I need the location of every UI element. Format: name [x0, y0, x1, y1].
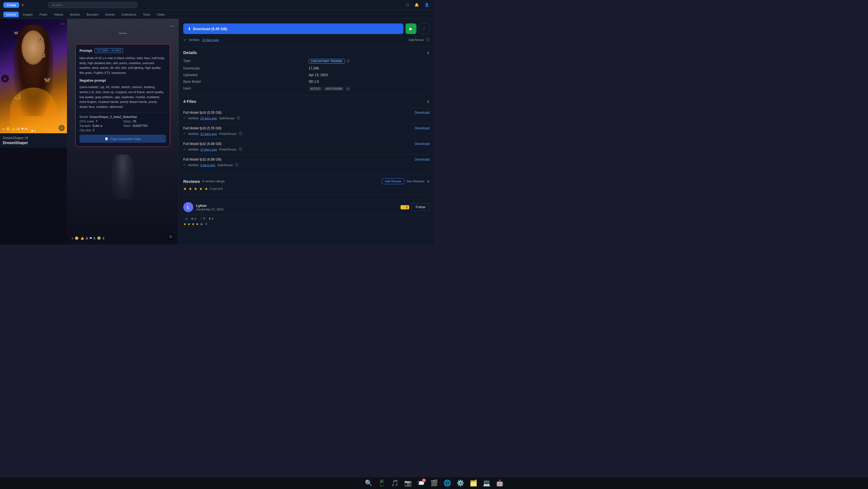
- files-collapse-button[interactable]: ∧: [427, 99, 430, 104]
- file-3-verified-date[interactable]: 14 days ago: [200, 148, 217, 151]
- copy-icon: 📋: [104, 137, 108, 140]
- author-star-4: ★: [196, 222, 199, 226]
- brand-button[interactable]: Civitai: [3, 2, 19, 8]
- prompt-more-button[interactable]: ⋯: [169, 24, 174, 29]
- file-1-meta: ✓ Verified: 14 days ago SafeTensor ⓘ: [183, 116, 430, 121]
- star-2: ★: [189, 187, 192, 191]
- nav-icon-btn-3[interactable]: 👤: [423, 2, 431, 8]
- right-sidebar: ⬇ Download (5.55 GB) ▶ ♡ ✓ Verified: 14 …: [179, 19, 434, 244]
- file-2-verified-date[interactable]: 14 days ago: [200, 132, 217, 135]
- nav-icon-btn-2[interactable]: 🔔: [413, 2, 421, 8]
- file-3-verified-label: Verified:: [188, 148, 199, 151]
- reviews-collapse-button[interactable]: ∨: [427, 179, 430, 184]
- download-button[interactable]: ⬇ Download (5.55 GB): [183, 24, 403, 34]
- file-1-verified-date[interactable]: 14 days ago: [200, 117, 217, 120]
- heart-count: 46: [24, 127, 28, 130]
- author-avatar: L: [183, 202, 193, 212]
- tab-models[interactable]: Models: [3, 12, 19, 17]
- hash-more-button[interactable]: >: [346, 87, 350, 91]
- author-star-2: ★: [187, 222, 190, 226]
- file-item-3-header: Full Model fp32 (6.88 GB) Download: [183, 142, 430, 146]
- detail-downloads-key: Downloads: [183, 66, 304, 70]
- file-2-download-button[interactable]: Download: [415, 126, 430, 130]
- tab-videos[interactable]: Videos: [51, 12, 66, 17]
- tab-bounties[interactable]: Bounties: [84, 12, 101, 17]
- file-2-info-icon[interactable]: ⓘ: [239, 131, 242, 136]
- tab-articles[interactable]: Articles: [67, 12, 83, 17]
- param-clip: Clip skip 2: [80, 129, 122, 132]
- file-4-download-button[interactable]: Download: [415, 158, 430, 161]
- details-section-title: Details: [183, 50, 197, 55]
- tab-posts[interactable]: Posts: [37, 12, 50, 17]
- gallery-nav-left-button[interactable]: ‹: [1, 75, 9, 83]
- favorite-button[interactable]: ♡: [418, 24, 430, 34]
- file-3-meta: ✓ Verified: 14 days ago PickleTensor ⓘ: [183, 147, 430, 152]
- gallery-reactions: + 🙂 👍 28 ❤ 46: [2, 127, 28, 131]
- thumb-count: 28: [16, 127, 20, 130]
- prompt-laugh-icon: 😂: [97, 236, 101, 240]
- see-reviews-button[interactable]: See Reviews: [407, 180, 425, 183]
- detail-base-model-key: Base Model: [183, 80, 304, 84]
- nav-icon-btn-1[interactable]: ⬡: [404, 2, 410, 8]
- search-input[interactable]: [48, 2, 137, 8]
- files-section-header: 4 Files ∧: [183, 99, 430, 104]
- gallery-model-name: DreamShaper: [3, 140, 64, 145]
- file-4-verified: Verified: 4 days ago: [188, 163, 215, 167]
- prompt-info-button[interactable]: ⓘ: [167, 233, 174, 240]
- param-model-value: DreamShaper_5_beta2_BakedVae: [90, 115, 137, 119]
- copy-generation-data-button[interactable]: 📋 Copy Generation Data: [80, 135, 166, 143]
- file-3-download-button[interactable]: Download: [415, 142, 430, 146]
- play-button[interactable]: ▶: [406, 24, 416, 34]
- file-4-verified-date[interactable]: 4 days ago: [200, 163, 215, 167]
- param-cfg: CFG scale 7: [80, 120, 122, 123]
- file-4-info-icon[interactable]: ⓘ: [235, 163, 239, 167]
- file-item-1-header: Full Model fp16 (5.55 GB) Download: [183, 111, 430, 115]
- safe-tensor-info-icon[interactable]: ⓘ: [426, 37, 430, 42]
- gallery-subtitle: DreamShaper v5: [3, 136, 64, 140]
- prompt-params: Model DreamShaper_5_beta2_BakedVae CFG s…: [80, 112, 166, 132]
- param-seed-value: 101837754: [132, 124, 148, 127]
- prompt-add-reaction[interactable]: +: [71, 237, 73, 240]
- details-collapse-button[interactable]: ∧: [427, 51, 430, 55]
- star-5: ★: [205, 187, 208, 191]
- file-3-name: Full Model fp32 (6.88 GB): [183, 142, 221, 146]
- reviews-title-area: Reviews 0 version ratings: [183, 179, 225, 184]
- tab-clubs[interactable]: Clubs: [154, 12, 167, 17]
- file-item-4: Full Model fp32 (6.88 GB) Download ✓ Ver…: [183, 155, 430, 170]
- file-1-verified-icon: ✓: [183, 116, 186, 120]
- detail-uploaded-value: Apr 13, 2023: [309, 73, 430, 77]
- gallery-info-button[interactable]: ⓘ: [59, 125, 65, 131]
- tab-events[interactable]: Events: [102, 12, 117, 17]
- star-4: ★: [199, 187, 203, 191]
- prompt-card: Prompt TXT2IMG + HI-RES b&w photo of 42 …: [75, 44, 170, 147]
- type-info-icon[interactable]: ⓘ: [346, 59, 350, 64]
- gallery-add-reaction[interactable]: +: [2, 127, 4, 131]
- prompt-thumb-count: 8: [86, 237, 88, 240]
- divider-1: [183, 46, 430, 47]
- param-seed-key: Seed: [123, 124, 130, 127]
- tab-collections[interactable]: Collections: [119, 12, 139, 17]
- sub-nav: Models Images Posts Videos Articles Boun…: [0, 10, 434, 19]
- heart-icon[interactable]: ♥: [22, 3, 24, 7]
- verified-date[interactable]: 14 days ago: [202, 38, 219, 41]
- add-review-button[interactable]: Add Review: [382, 178, 404, 184]
- param-steps-value: 25: [133, 120, 136, 123]
- tab-tools[interactable]: Tools: [140, 12, 153, 17]
- gallery-more-button[interactable]: ⋯: [60, 21, 65, 27]
- tab-images[interactable]: Images: [20, 12, 35, 17]
- divider-3: [183, 174, 430, 175]
- follow-button[interactable]: Follow: [411, 203, 430, 211]
- divider-4: [183, 195, 430, 196]
- file-item-4-header: Full Model fp32 (6.88 GB) Download: [183, 158, 430, 161]
- prompt-label: Prompt: [80, 48, 92, 53]
- reviews-actions: Add Review See Reviews ∨: [382, 178, 430, 184]
- file-item-1: Full Model fp16 (5.55 GB) Download ✓ Ver…: [183, 108, 430, 123]
- file-1-info-icon[interactable]: ⓘ: [237, 116, 240, 121]
- file-1-download-button[interactable]: Download: [415, 111, 430, 115]
- gallery-dot-1: [31, 130, 33, 132]
- detail-uploaded-key: Uploaded: [183, 73, 304, 77]
- author-stat-3: ♡ 0: [200, 217, 205, 221]
- author-stat-1: ↑ 0: [183, 217, 187, 221]
- file-3-info-icon[interactable]: ⓘ: [239, 147, 242, 152]
- badge-num: 1: [406, 206, 408, 209]
